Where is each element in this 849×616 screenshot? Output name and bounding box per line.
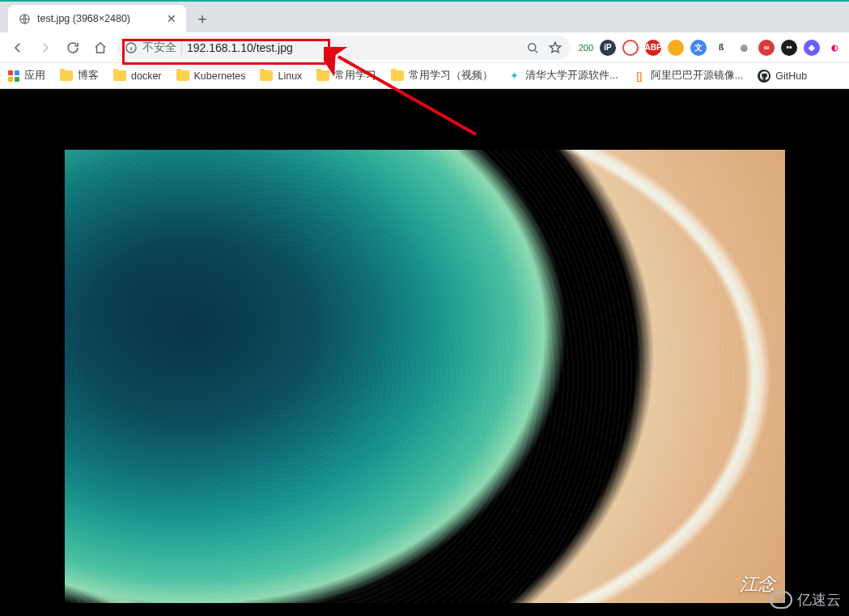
apps-grid-icon — [8, 70, 19, 82]
address-bar[interactable]: 不安全 192.168.1.10/test.jpg — [117, 36, 571, 60]
tab-strip: test.jpg (3968×2480) ✕ ＋ — [0, 2, 849, 32]
home-button[interactable] — [89, 36, 112, 59]
forward-button[interactable] — [34, 36, 57, 59]
bookmark-item[interactable]: GitHub — [758, 70, 807, 83]
watermark-logo-icon — [770, 591, 792, 609]
browser-tab[interactable]: test.jpg (3968×2480) ✕ — [8, 5, 186, 32]
bookmark-item[interactable]: 常用学习（视频） — [391, 69, 493, 83]
bookmark-item[interactable]: docker — [113, 70, 162, 82]
bookmark-label: Linux — [278, 70, 302, 82]
folder-icon — [60, 70, 73, 81]
abp-ext[interactable]: ABP — [645, 40, 661, 56]
bookmark-label: Kubernetes — [194, 70, 246, 82]
bookmark-item[interactable]: []阿里巴巴开源镜像... — [633, 69, 743, 83]
diamond-ext[interactable]: ◆ — [804, 40, 820, 56]
beta-ext[interactable]: ß — [713, 40, 729, 56]
eyes-ext[interactable]: •• — [781, 40, 797, 56]
reload-button[interactable] — [62, 36, 84, 59]
bookmarks-bar: 应用 博客dockerKubernetesLinux常用学习常用学习（视频）✦清… — [0, 63, 849, 89]
apps-label: 应用 — [24, 69, 45, 83]
circle-red-ext[interactable] — [622, 40, 639, 56]
bookmark-label: docker — [131, 70, 162, 82]
bookmark-label: 阿里巴巴开源镜像... — [651, 69, 743, 83]
alibaba-icon: [] — [633, 70, 646, 83]
folder-icon — [260, 70, 273, 81]
toolbar: 不安全 192.168.1.10/test.jpg 200 iPABP文ß◎∞•… — [0, 32, 849, 63]
bookmark-item[interactable]: Kubernetes — [176, 70, 246, 82]
bookmark-label: 常用学习 — [334, 69, 376, 83]
ring-ext[interactable]: ◎ — [736, 40, 752, 56]
folder-icon — [391, 70, 404, 81]
infinity-ext[interactable]: ∞ — [758, 40, 775, 56]
zoom-icon[interactable] — [525, 40, 540, 55]
watermark-text: 亿速云 — [797, 590, 841, 610]
globe-ext[interactable] — [668, 40, 684, 56]
bookmark-item[interactable]: 常用学习 — [316, 69, 376, 83]
new-tab-button[interactable]: ＋ — [191, 7, 214, 30]
svg-point-2 — [528, 43, 535, 50]
bookmark-label: 博客 — [78, 69, 99, 83]
beach-aerial-image — [65, 150, 785, 603]
github-icon — [758, 70, 770, 83]
zoom-level-badge: 200 — [579, 43, 593, 53]
watermark: 亿速云 — [770, 590, 841, 610]
displayed-image: 江念 — [65, 150, 785, 603]
image-viewer-pane: 江念 — [0, 89, 849, 616]
url-text: 192.168.1.10/test.jpg — [187, 41, 293, 54]
bookmark-item[interactable]: Linux — [260, 70, 302, 82]
tab-title: test.jpg (3968×2480) — [37, 13, 159, 24]
bookmark-star-icon[interactable] — [548, 40, 562, 55]
extension-icons: 200 iPABP文ß◎∞••◆◐ — [575, 40, 843, 56]
insecure-label: 不安全 — [142, 40, 176, 55]
close-tab-icon[interactable]: ✕ — [165, 12, 178, 25]
bookmark-item[interactable]: ✦清华大学开源软件... — [507, 69, 618, 83]
folder-icon — [176, 70, 189, 81]
tsinghua-icon: ✦ — [507, 70, 520, 83]
folder-icon — [316, 70, 329, 81]
bookmark-label: 清华大学开源软件... — [525, 69, 618, 83]
folder-icon — [113, 70, 126, 81]
bookmark-label: 常用学习（视频） — [409, 69, 493, 83]
apps-shortcut[interactable]: 应用 — [8, 69, 45, 83]
bookmark-item[interactable]: 博客 — [60, 69, 99, 83]
ip-ext[interactable]: iP — [600, 40, 616, 56]
back-button[interactable] — [6, 36, 29, 59]
address-separator — [181, 41, 182, 54]
colorwheel-ext[interactable]: ◐ — [826, 40, 843, 56]
bookmark-label: GitHub — [775, 70, 807, 82]
site-info-icon[interactable] — [125, 41, 138, 54]
globe-icon — [18, 12, 31, 25]
translate-ext[interactable]: 文 — [690, 40, 707, 56]
